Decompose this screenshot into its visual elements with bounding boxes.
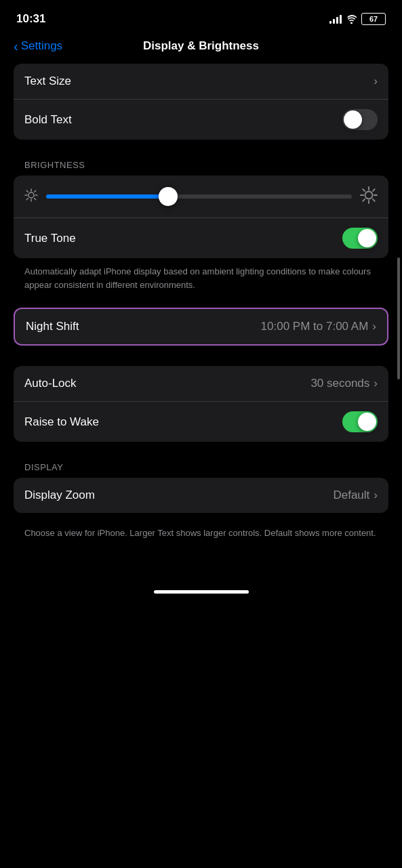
display-zoom-row[interactable]: Display Zoom Default › <box>14 478 388 513</box>
display-zoom-right: Default › <box>333 489 378 502</box>
night-shift-value: 10:00 PM to 7:00 AM <box>261 320 369 333</box>
brightness-slider-row <box>14 175 388 218</box>
status-time: 10:31 <box>16 12 45 26</box>
text-size-label: Text Size <box>24 75 71 88</box>
svg-point-0 <box>28 192 34 198</box>
display-zoom-chevron-icon: › <box>374 489 378 502</box>
svg-line-14 <box>363 189 365 191</box>
scrollbar[interactable] <box>397 257 400 379</box>
scroll-content: Text Size › Bold Text BRIGHTNESS <box>0 64 402 550</box>
true-tone-label: True Tone <box>24 232 76 245</box>
svg-line-16 <box>373 189 375 191</box>
night-shift-right: 10:00 PM to 7:00 AM › <box>261 320 376 333</box>
brightness-section: BRIGHTNESS <box>14 160 388 301</box>
night-shift-row[interactable]: Night Shift 10:00 PM to 7:00 AM › <box>15 309 387 344</box>
bold-text-toggle[interactable] <box>342 109 378 130</box>
brightness-low-icon <box>24 188 38 205</box>
auto-lock-label: Auto-Lock <box>24 377 77 390</box>
auto-lock-right: 30 seconds › <box>310 377 378 390</box>
page-title: Display & Brightness <box>143 39 259 53</box>
night-shift-label: Night Shift <box>26 320 79 333</box>
back-button[interactable]: ‹ Settings <box>14 39 62 53</box>
brightness-section-label: BRIGHTNESS <box>14 160 388 170</box>
text-size-right: › <box>374 75 378 88</box>
brightness-card: True Tone <box>14 175 388 258</box>
text-size-chevron-icon: › <box>374 75 378 88</box>
true-tone-row[interactable]: True Tone <box>14 218 388 258</box>
auto-lock-chevron-icon: › <box>374 377 378 390</box>
brightness-high-icon <box>360 186 378 207</box>
back-chevron-icon: ‹ <box>14 39 18 53</box>
display-card: Display Zoom Default › <box>14 478 388 513</box>
wifi-icon <box>346 15 357 24</box>
true-tone-toggle[interactable] <box>342 228 378 249</box>
home-indicator <box>0 577 402 600</box>
brightness-slider-fill <box>46 194 168 199</box>
svg-line-17 <box>363 199 365 201</box>
raise-to-wake-label: Raise to Wake <box>24 415 99 429</box>
bold-text-label: Bold Text <box>24 113 72 127</box>
raise-to-wake-toggle-thumb <box>358 413 376 431</box>
svg-line-7 <box>35 190 36 192</box>
display-zoom-value: Default <box>333 489 369 502</box>
auto-lock-value: 30 seconds <box>310 377 369 390</box>
svg-line-8 <box>26 199 28 200</box>
brightness-slider-thumb[interactable] <box>159 187 178 206</box>
raise-to-wake-toggle[interactable] <box>342 411 378 432</box>
text-appearance-card: Text Size › Bold Text <box>14 64 388 140</box>
svg-line-6 <box>35 199 36 200</box>
svg-line-5 <box>26 190 28 192</box>
svg-line-15 <box>373 199 375 201</box>
home-bar <box>154 590 249 594</box>
bold-text-toggle-thumb <box>344 110 362 129</box>
night-shift-chevron-icon: › <box>372 320 376 333</box>
text-size-row[interactable]: Text Size › <box>14 64 388 99</box>
display-section-label: DISPLAY <box>14 462 388 472</box>
auto-lock-row[interactable]: Auto-Lock 30 seconds › <box>14 366 388 401</box>
lock-card: Auto-Lock 30 seconds › Raise to Wake <box>14 366 388 442</box>
true-tone-toggle-thumb <box>358 229 376 247</box>
display-zoom-description: Choose a view for iPhone. Larger Text sh… <box>14 520 388 550</box>
signal-bars-icon <box>329 14 342 24</box>
page-wrapper: 10:31 67 ‹ Settings <box>0 0 402 600</box>
bold-text-row[interactable]: Bold Text <box>14 99 388 140</box>
nav-header: ‹ Settings Display & Brightness <box>0 34 402 64</box>
display-section: DISPLAY Display Zoom Default › Choose a … <box>14 462 388 550</box>
battery-icon: 67 <box>361 13 386 25</box>
true-tone-description: Automatically adapt iPhone display based… <box>14 258 388 301</box>
back-label[interactable]: Settings <box>21 39 62 53</box>
status-bar: 10:31 67 <box>0 0 402 34</box>
status-icons: 67 <box>329 13 386 25</box>
raise-to-wake-row[interactable]: Raise to Wake <box>14 401 388 442</box>
svg-point-9 <box>365 192 373 199</box>
night-shift-card[interactable]: Night Shift 10:00 PM to 7:00 AM › <box>14 308 388 346</box>
battery-level: 67 <box>361 13 386 25</box>
display-zoom-label: Display Zoom <box>24 489 95 502</box>
brightness-slider[interactable] <box>46 194 352 199</box>
